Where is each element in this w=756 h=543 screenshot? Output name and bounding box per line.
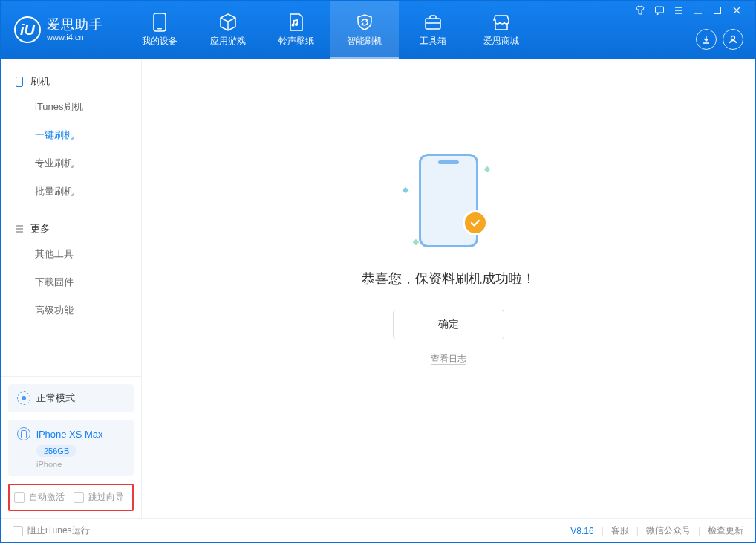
options-highlight-box: 自动激活 跳过向导 (8, 484, 134, 511)
menu-icon[interactable] (674, 5, 685, 16)
ok-button[interactable]: 确定 (393, 310, 504, 339)
nav-store[interactable]: 爱思商城 (467, 1, 535, 59)
mode-indicator[interactable]: 正常模式 (8, 384, 134, 412)
wechat-link[interactable]: 微信公众号 (646, 524, 691, 537)
svg-rect-4 (714, 7, 721, 14)
header-right (632, 1, 746, 59)
phone-icon (150, 13, 169, 32)
checkbox-prevent-itunes[interactable]: 阻止iTunes运行 (13, 524, 90, 537)
check-update-link[interactable]: 检查更新 (708, 524, 743, 537)
hamburger-small-icon (14, 224, 25, 234)
status-bar: 阻止iTunes运行 V8.16 | 客服 | 微信公众号 | 检查更新 (1, 518, 755, 542)
brand-logo-icon: iU (14, 16, 41, 43)
nav-ringtones[interactable]: 铃声壁纸 (262, 1, 330, 59)
checkbox-icon (13, 526, 23, 536)
cube-icon (218, 13, 238, 32)
support-link[interactable]: 客服 (611, 524, 629, 537)
result-message: 恭喜您，保资料刷机成功啦！ (362, 270, 535, 287)
brand-title: 爱思助手 (47, 17, 103, 33)
svg-point-5 (731, 36, 735, 40)
device-storage-badge: 256GB (36, 445, 76, 457)
checkbox-auto-activate[interactable]: 自动激活 (14, 491, 65, 504)
device-phone-icon (17, 427, 30, 440)
close-icon[interactable] (731, 5, 743, 16)
toolbox-icon (423, 13, 443, 32)
sidebar-item-download-fw[interactable]: 下载固件 (1, 268, 141, 296)
svg-rect-6 (16, 77, 23, 87)
sidebar-item-advanced[interactable]: 高级功能 (1, 296, 141, 325)
check-badge-icon (463, 210, 488, 235)
window-controls (632, 1, 746, 20)
body: 刷机 iTunes刷机 一键刷机 专业刷机 批量刷机 更多 其他工具 下载固件 … (1, 59, 755, 518)
feedback-icon[interactable] (654, 5, 666, 16)
brand-block: iU 爱思助手 www.i4.cn (1, 16, 117, 43)
main-content: 恭喜您，保资料刷机成功啦！ 确定 查看日志 (142, 59, 755, 518)
device-type: iPhone (36, 460, 125, 469)
store-icon (492, 13, 511, 32)
svg-rect-1 (157, 28, 162, 30)
version-label: V8.16 (570, 526, 593, 536)
checkbox-icon (14, 492, 25, 503)
sparkle-icon (403, 187, 408, 193)
svg-rect-3 (656, 7, 664, 13)
sidebar-group-more: 更多 (1, 216, 141, 240)
nav-toolbox[interactable]: 工具箱 (399, 1, 467, 59)
checkbox-skip-wizard[interactable]: 跳过向导 (74, 491, 124, 504)
sidebar-item-one-key-flash[interactable]: 一键刷机 (1, 121, 141, 149)
nav-my-device[interactable]: 我的设备 (126, 1, 194, 59)
refresh-shield-icon (355, 13, 374, 32)
checkbox-icon (74, 492, 84, 503)
shirt-icon[interactable] (635, 5, 647, 16)
minimize-icon[interactable] (693, 5, 705, 16)
app-window: iU 爱思助手 www.i4.cn 我的设备 应用游戏 铃声壁纸 智能刷机 (0, 0, 756, 543)
device-card[interactable]: iPhone XS Max 256GB iPhone (8, 420, 134, 476)
svg-rect-7 (22, 430, 27, 438)
sidebar-item-itunes-flash[interactable]: iTunes刷机 (1, 93, 141, 121)
device-name: iPhone XS Max (36, 429, 103, 440)
sidebar-item-pro-flash[interactable]: 专业刷机 (1, 149, 141, 178)
phone-small-icon (14, 77, 25, 87)
app-header: iU 爱思助手 www.i4.cn 我的设备 应用游戏 铃声壁纸 智能刷机 (1, 1, 755, 59)
success-illustration (400, 152, 497, 249)
sidebar-group-flash: 刷机 (1, 69, 141, 93)
music-file-icon (287, 13, 306, 32)
mode-dot-icon (17, 391, 30, 405)
brand-subtitle: www.i4.cn (47, 33, 103, 42)
user-button-icon[interactable] (723, 29, 743, 50)
svg-rect-2 (426, 19, 440, 29)
nav-smart-flash[interactable]: 智能刷机 (330, 1, 399, 59)
download-button-icon[interactable] (696, 29, 717, 50)
sparkle-icon (413, 239, 419, 245)
top-nav: 我的设备 应用游戏 铃声壁纸 智能刷机 工具箱 爱思商城 (126, 1, 535, 59)
sidebar-item-batch-flash[interactable]: 批量刷机 (1, 178, 141, 206)
view-log-link[interactable]: 查看日志 (431, 353, 466, 365)
sparkle-icon (484, 166, 490, 172)
nav-app-games[interactable]: 应用游戏 (194, 1, 262, 59)
sidebar: 刷机 iTunes刷机 一键刷机 专业刷机 批量刷机 更多 其他工具 下载固件 … (1, 59, 142, 518)
sidebar-item-other-tools[interactable]: 其他工具 (1, 240, 141, 268)
maximize-icon[interactable] (712, 5, 724, 16)
